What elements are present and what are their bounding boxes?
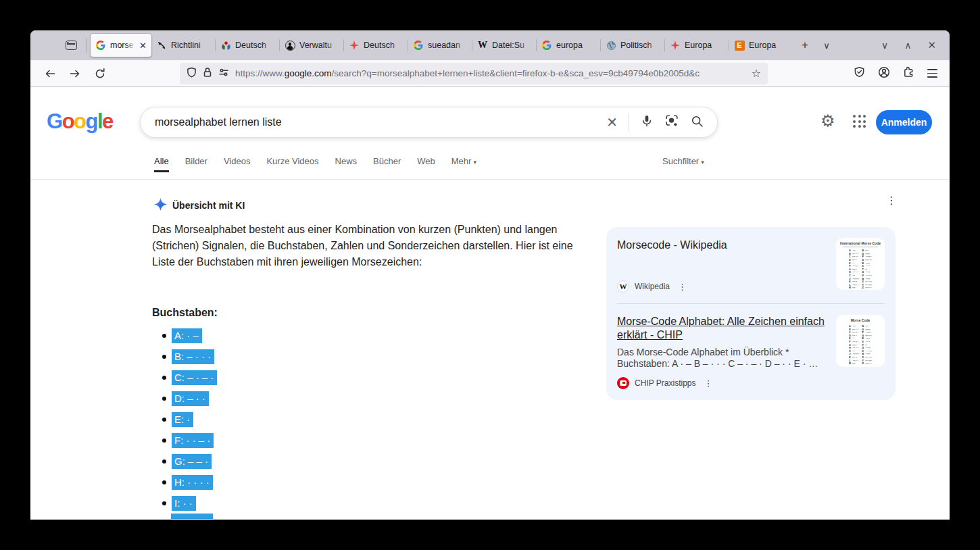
selected-morse-text: I: · · xyxy=(172,496,196,511)
firefox-view-button[interactable] xyxy=(60,34,82,56)
tab-europa-google[interactable]: europa xyxy=(537,34,601,57)
url-scheme: https://www. xyxy=(235,68,285,78)
ai-sparkle-icon xyxy=(154,198,167,214)
google-apps-grid-icon[interactable] xyxy=(853,115,866,128)
bookmark-star-icon[interactable]: ☆ xyxy=(752,67,761,80)
search-divider xyxy=(629,114,629,131)
close-window-button[interactable]: ✕ xyxy=(927,39,936,51)
tab-europa-sparkle[interactable]: Europa xyxy=(665,34,729,57)
list-item: E: · xyxy=(152,409,217,430)
url-bar[interactable]: https://www.google.com/search?q=morsealp… xyxy=(180,63,768,84)
tab-label: Europa xyxy=(749,41,789,50)
tab-verwaltung[interactable]: Verwaltu xyxy=(280,34,344,57)
search-magnifier-icon[interactable] xyxy=(690,114,704,131)
search-box[interactable]: morsealphabet lernen liste ✕ xyxy=(140,107,718,138)
source-kebab-icon[interactable]: ⋮ xyxy=(704,379,712,388)
tab-kurze-videos[interactable]: Kurze Videos xyxy=(266,156,318,166)
list-item: F: · · – · xyxy=(152,430,217,451)
orange-e-favicon: E xyxy=(734,40,745,51)
lock-icon[interactable] xyxy=(203,67,212,80)
source-kebab-icon[interactable]: ⋮ xyxy=(678,282,687,291)
page-viewport: Google morsealphabet lernen liste ✕ ⚙ An… xyxy=(30,87,950,519)
selected-morse-text: F: · · – · xyxy=(172,433,214,448)
list-tabs-dropdown[interactable]: ∨ xyxy=(816,35,837,55)
desktop-background: { "browser": { "tabs": [ {"label":"morse… xyxy=(0,0,980,550)
globe-favicon xyxy=(606,40,616,51)
letters-heading: Buchstaben: xyxy=(152,307,218,319)
new-tab-button[interactable]: + xyxy=(795,35,815,55)
maximize-button[interactable]: ∧ xyxy=(904,40,911,51)
wikimedia-favicon xyxy=(220,40,231,51)
google-lens-icon[interactable] xyxy=(664,114,679,131)
search-input[interactable]: morsealphabet lernen liste xyxy=(155,116,606,128)
source-name: CHIP Praxistipps xyxy=(635,378,695,388)
permissions-icon[interactable] xyxy=(218,68,229,80)
tab-buecher[interactable]: Bücher xyxy=(373,156,401,166)
shield-check-icon[interactable] xyxy=(854,66,865,80)
firefox-view-icon xyxy=(66,41,77,50)
ai-overview-label[interactable]: Übersicht mit KI xyxy=(172,200,245,211)
selected-morse-text: E: · xyxy=(172,412,193,427)
tab-bilder[interactable]: Bilder xyxy=(185,156,207,166)
person-circle-favicon xyxy=(285,40,295,51)
clipped-selection-bar xyxy=(171,514,213,519)
card-divider xyxy=(617,303,885,304)
microphone-icon[interactable] xyxy=(640,114,654,130)
clear-search-icon[interactable]: ✕ xyxy=(606,116,618,129)
tab-web[interactable]: Web xyxy=(417,156,435,166)
tab-label: Deutsch xyxy=(364,41,403,50)
list-item: G: – – · xyxy=(152,451,217,472)
forward-button[interactable] xyxy=(65,64,85,84)
source-title[interactable]: Morsecode - Wikipedia xyxy=(617,239,827,252)
tab-europa-lexikon[interactable]: E Europa xyxy=(729,34,793,57)
search-filter-dropdown[interactable]: Suchfilter▾ xyxy=(662,156,704,166)
tab-label: europa xyxy=(556,41,596,50)
source-title-link[interactable]: Morse-Code Alphabet: Alle Zeichen einfac… xyxy=(617,315,827,342)
tab-videos[interactable]: Videos xyxy=(224,156,251,166)
account-icon[interactable] xyxy=(878,66,890,81)
google-g-favicon xyxy=(541,40,552,51)
source-card-wikipedia[interactable]: Morsecode - Wikipedia W Wikipedia ⋮ Inte… xyxy=(617,238,885,293)
tab-deutsch-sparkle[interactable]: Deutsch xyxy=(344,34,408,57)
header-divider xyxy=(30,179,950,180)
url-text[interactable]: https://www.google.com/search?q=morsealp… xyxy=(235,68,745,78)
google-logo[interactable]: Google xyxy=(47,109,113,134)
source-card-chip[interactable]: Morse-Code Alphabet: Alle Zeichen einfac… xyxy=(617,315,885,389)
ai-overview-kebab-icon[interactable]: ⋮ xyxy=(886,195,897,206)
navigation-toolbar: https://www.google.com/search?q=morsealp… xyxy=(30,60,950,87)
tab-label: Deutsch xyxy=(235,41,275,50)
tracking-protection-shield-icon[interactable] xyxy=(187,67,197,80)
reload-button[interactable] xyxy=(90,64,110,84)
tab-label: sueadan xyxy=(428,41,468,50)
tab-deutsch-wikimedia[interactable]: Deutsch xyxy=(216,34,280,57)
morse-letter-list: A: · – B: – · · · C: – · – · D: – · · E:… xyxy=(152,325,217,514)
window-controls: ∨ ∧ ✕ xyxy=(881,39,950,51)
tab-richtlinien[interactable]: Richtlini xyxy=(151,34,216,57)
tab-label: Datei:Su xyxy=(492,41,532,50)
tab-active-morse[interactable]: morse ✕ xyxy=(91,34,151,57)
menu-hamburger-icon[interactable] xyxy=(927,69,937,77)
back-button[interactable] xyxy=(40,64,60,84)
selected-morse-text: C: – · – · xyxy=(172,370,217,385)
google-g-favicon xyxy=(95,40,106,51)
source-description: Das Morse-Code Alphabet im Überblick * B… xyxy=(617,347,827,370)
tab-label: Richtlini xyxy=(171,41,211,50)
tab-alle[interactable]: Alle xyxy=(154,156,169,166)
tab-news[interactable]: News xyxy=(335,156,358,166)
settings-gear-icon[interactable]: ⚙ xyxy=(820,111,835,130)
minimize-button[interactable]: ∨ xyxy=(881,40,888,51)
more-dropdown[interactable]: Mehr▾ xyxy=(451,156,476,166)
source-thumbnail[interactable]: International Morse Code A ·– N –· B –··… xyxy=(836,238,885,290)
tab-politisch[interactable]: Politisch xyxy=(601,34,665,57)
extensions-icon[interactable] xyxy=(903,66,914,80)
ai-sources-card: Morsecode - Wikipedia W Wikipedia ⋮ Inte… xyxy=(606,227,896,400)
tab-datei[interactable]: W Datei:Su xyxy=(472,34,537,57)
source-thumbnail[interactable]: Morse Code A ·– N –· B –··· O ––– C –·–·… xyxy=(836,315,885,367)
tab-separator xyxy=(86,38,87,53)
tab-close-icon[interactable]: ✕ xyxy=(139,41,147,50)
list-item: I: · · xyxy=(152,493,217,514)
signin-button[interactable]: Anmelden xyxy=(876,110,932,134)
tab-sueadan[interactable]: sueadan xyxy=(408,34,472,57)
tab-label: morse xyxy=(110,41,135,50)
list-item: D: – · · xyxy=(152,388,217,409)
